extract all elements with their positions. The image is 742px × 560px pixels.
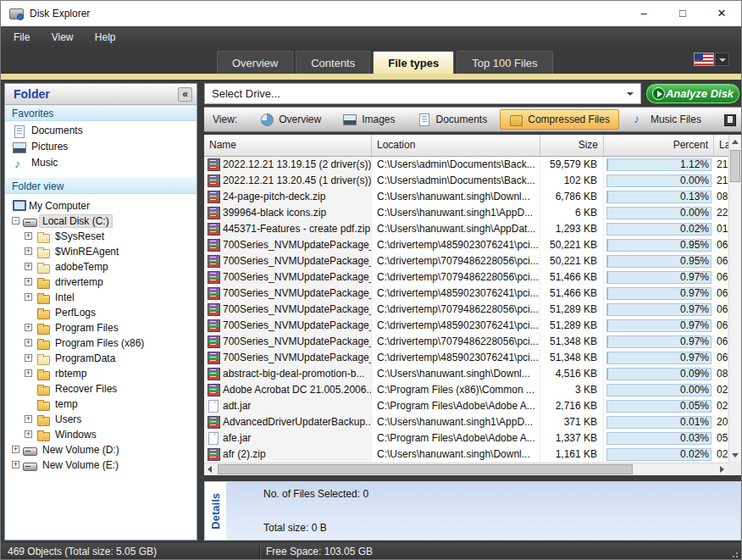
expand-toggle[interactable]: + [25, 232, 32, 240]
tree-item[interactable]: My Computer [5, 198, 197, 213]
menu-item[interactable]: View [42, 26, 83, 48]
table-row[interactable]: 700Series_NVMUpdatePackage_... C:\driver… [204, 318, 728, 334]
table-row[interactable]: AdvancedDriverUpdaterBackup... C:\Users\… [204, 414, 728, 430]
table-row[interactable]: afr (2).zip C:\Users\hanuwant.singh\Down… [204, 446, 728, 463]
tree-item-label: rbtemp [55, 368, 86, 380]
tree-item[interactable]: + $SysReset [5, 229, 197, 244]
expand-toggle[interactable]: + [12, 446, 19, 453]
tree-item[interactable]: + ProgramData [5, 351, 197, 366]
tree-item[interactable]: Recover Files [5, 381, 197, 396]
percent-value: 0.97% [680, 286, 709, 302]
view-filter-button[interactable]: Video Files [714, 109, 741, 130]
tree-item[interactable]: + New Volume (D:) [5, 442, 197, 457]
table-row[interactable]: 700Series_NVMUpdatePackage_... C:\driver… [204, 334, 728, 350]
analyze-disk-button[interactable]: Analyze Disk [645, 83, 740, 104]
view-filter-button[interactable]: Compressed Files [500, 109, 619, 130]
tab[interactable]: Overview [217, 51, 293, 74]
horizontal-scrollbar[interactable] [204, 463, 728, 475]
table-row[interactable]: 2022.12.21 13.20.45 (1 driver(s))... C:\… [204, 173, 728, 189]
table-row[interactable]: 24-page-pitch-deck.zip C:\Users\hanuwant… [204, 189, 728, 205]
window-title: Disk Explorer [30, 1, 90, 26]
column-header[interactable]: Size [540, 135, 604, 156]
favorite-item[interactable]: Documents [5, 123, 197, 139]
tree-item[interactable]: + Intel [5, 290, 197, 305]
tab[interactable]: Contents [296, 51, 370, 74]
view-filter-label: Overview [279, 114, 321, 125]
scroll-right-arrow[interactable] [716, 463, 728, 476]
column-header[interactable]: Percent [604, 135, 714, 156]
tree-item[interactable]: + Users [5, 412, 197, 427]
view-filter-label: Compressed Files [528, 114, 610, 125]
table-row[interactable]: 445371-Features - create pdf.zip C:\User… [204, 221, 728, 237]
table-row[interactable]: 700Series_NVMUpdatePackage_... C:\driver… [204, 253, 728, 269]
table-row[interactable]: 700Series_NVMUpdatePackage_... C:\driver… [204, 350, 728, 366]
view-filter-button[interactable]: Images [334, 109, 404, 130]
horizontal-scrollbar-thumb[interactable] [218, 464, 633, 474]
tree-item[interactable]: + rbtemp [5, 366, 197, 381]
minimize-button[interactable]: – [624, 1, 663, 26]
expand-toggle[interactable]: + [12, 461, 19, 469]
tree-item[interactable]: + New Volume (E:) [5, 457, 197, 473]
tree-item[interactable]: + Program Files (x86) [5, 335, 197, 351]
expand-toggle[interactable]: + [25, 324, 32, 331]
tree-item[interactable]: + adobeTemp [5, 259, 197, 274]
table-row[interactable]: Adobe Acrobat DC 21.005.2006... C:\Progr… [204, 382, 728, 398]
column-header[interactable]: Name [204, 135, 372, 156]
tab[interactable]: Top 100 Files [457, 51, 552, 74]
tree-item[interactable]: - Local Disk (C:) [5, 213, 197, 229]
favorite-item[interactable]: Music [5, 155, 197, 171]
expand-toggle[interactable]: + [25, 339, 32, 347]
vertical-scrollbar-thumb[interactable] [730, 150, 740, 182]
percent-value: 0.01% [680, 414, 709, 430]
expand-toggle[interactable]: + [25, 430, 32, 438]
favorite-item[interactable]: Pictures [5, 139, 197, 155]
table-row[interactable]: abstract-big-deal-promotion-b... C:\User… [204, 366, 728, 382]
table-row[interactable]: 700Series_NVMUpdatePackage_... C:\driver… [204, 302, 728, 318]
expand-toggle[interactable]: + [25, 415, 32, 423]
scroll-up-arrow[interactable] [729, 136, 742, 148]
collapse-panel-button[interactable]: « [178, 87, 192, 102]
column-header[interactable]: Location [372, 135, 540, 156]
expand-toggle[interactable]: - [12, 217, 19, 225]
table-row[interactable]: 399964-black icons.zip C:\Users\hanuwant… [204, 205, 728, 221]
expand-toggle[interactable]: + [25, 354, 32, 362]
tree-item[interactable]: + Program Files [5, 320, 197, 335]
expand-toggle[interactable]: + [25, 247, 32, 255]
expand-toggle[interactable]: + [25, 278, 32, 286]
file-name: 700Series_NVMUpdatePackage_... [223, 287, 372, 299]
table-row[interactable]: afe.jar C:\Program Files\Adobe\Adobe A..… [204, 430, 728, 446]
close-button[interactable]: ✕ [702, 1, 741, 26]
cell-percent: 0.97% [604, 318, 714, 334]
expand-toggle[interactable]: + [25, 263, 32, 270]
maximize-button[interactable]: □ [663, 1, 702, 26]
column-header[interactable]: La [714, 135, 728, 156]
cell-size: 51,289 KB [540, 302, 604, 318]
rar-icon [207, 416, 220, 428]
tree-item[interactable]: + drivertemp [5, 274, 197, 290]
view-filter-button[interactable]: Documents [408, 109, 497, 130]
tree-item[interactable]: PerfLogs [5, 305, 197, 320]
expand-toggle[interactable]: + [25, 369, 32, 377]
file-name: 700Series_NVMUpdatePackage_... [223, 303, 372, 315]
percent-value: 0.00% [680, 173, 709, 189]
table-row[interactable]: adt.jar C:\Program Files\Adobe\Adobe A..… [204, 398, 728, 414]
scroll-down-arrow[interactable] [729, 449, 742, 462]
language-dropdown-button[interactable] [715, 53, 729, 66]
view-filter-button[interactable]: Music Files [623, 109, 711, 130]
table-row[interactable]: 700Series_NVMUpdatePackage_... C:\driver… [204, 269, 728, 286]
language-selector[interactable] [694, 53, 729, 66]
vertical-scrollbar[interactable] [728, 135, 741, 463]
menu-item[interactable]: File [4, 26, 39, 48]
tab[interactable]: File types [373, 51, 454, 74]
table-row[interactable]: 700Series_NVMUpdatePackage_... C:\driver… [204, 237, 728, 253]
tree-item[interactable]: + $WinREAgent [5, 244, 197, 259]
menu-item[interactable]: Help [86, 26, 125, 48]
scroll-left-arrow[interactable] [204, 463, 217, 476]
view-filter-button[interactable]: Overview [251, 109, 330, 130]
drive-select-dropdown[interactable]: Select Drive... [204, 83, 641, 104]
tree-item[interactable]: + Windows [5, 427, 197, 442]
table-row[interactable]: 2022.12.21 13.19.15 (2 driver(s))... C:\… [204, 157, 728, 173]
tree-item[interactable]: temp [5, 396, 197, 412]
table-row[interactable]: 700Series_NVMUpdatePackage_... C:\driver… [204, 286, 728, 302]
expand-toggle[interactable]: + [25, 293, 32, 301]
